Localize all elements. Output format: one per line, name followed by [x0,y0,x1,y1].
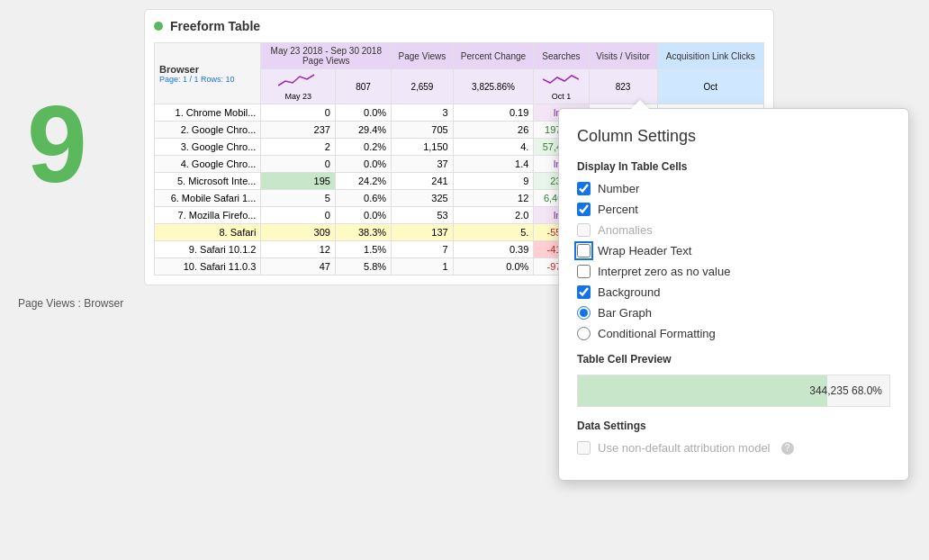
cell-v2: 137 [392,224,454,241]
background-label: Background [598,285,660,299]
cell-v3: 5. [453,224,534,241]
cell-v1: 0 [261,156,336,173]
browser-name: 2. Google Chro... [155,122,261,139]
count1-header: 807 [335,69,391,104]
browser-name: 8. Safari [155,224,261,241]
cell-p1: 5.8% [335,258,391,275]
cell-v1: 12 [261,241,336,258]
oct-header: Oct [657,69,763,104]
data-settings-label: Data Settings [577,420,890,432]
preview-bar [578,375,827,406]
bar-graph-label: Bar Graph [598,306,652,320]
browser-name: 3. Google Chro... [155,139,261,156]
browser-name: 1. Chrome Mobil... [155,104,261,122]
conditional-formatting-option[interactable]: Conditional Formatting [577,327,890,340]
cell-p1: 0.0% [335,156,391,173]
table-title-label: Freeform Table [170,19,260,33]
background-checkbox[interactable] [577,285,591,299]
cell-v1: 195 [261,173,336,190]
cell-v1: 2 [261,139,336,156]
bar-graph-radio[interactable] [577,306,591,320]
panel-arrow [631,100,649,109]
bar-graph-option[interactable]: Bar Graph [577,306,890,320]
searches-header: Searches [534,43,589,69]
attribution-option[interactable]: Use non-default attribution model ? [577,441,890,455]
cell-v3: 26 [453,122,534,139]
cell-v1: 237 [261,122,336,139]
cell-v3: 9 [453,173,534,190]
cell-v2: 705 [392,122,454,139]
attribution-checkbox[interactable] [577,441,591,455]
cell-v3: 0.0% [453,258,534,275]
wrap-header-checkbox[interactable] [577,244,591,257]
cell-v2: 1 [392,258,454,275]
cell-v3: 4. [453,139,534,156]
cell-v1: 47 [261,258,336,275]
cell-v1: 0 [261,207,336,224]
preview-bar-container: 344,235 68.0% [577,375,890,407]
cell-v3: 1.4 [453,156,534,173]
background-option[interactable]: Background [577,285,890,299]
panel-title: Column Settings [577,127,890,146]
number-checkbox[interactable] [577,182,591,195]
percent-option[interactable]: Percent [577,203,890,216]
browser-name: 5. Microsoft Inte... [155,173,261,190]
wrap-header-label: Wrap Header Text [598,244,691,257]
cell-v3: 0.19 [453,104,534,122]
count4-header: 823 [589,69,657,104]
number-option[interactable]: Number [577,182,890,195]
sparkline2-header: Oct 1 [534,69,589,104]
cell-v1: 5 [261,190,336,207]
browser-name: 7. Mozilla Firefo... [155,207,261,224]
anomalies-label: Anomalies [598,223,653,237]
count2-header: 2,659 [392,69,454,104]
cell-v2: 241 [392,173,454,190]
cell-v2: 53 [392,207,454,224]
conditional-formatting-label: Conditional Formatting [598,327,716,340]
sparkline-svg [278,72,319,90]
interpret-zero-checkbox[interactable] [577,265,591,278]
display-section-label: Display In Table Cells [577,160,890,173]
cell-p1: 0.0% [335,207,391,224]
cell-p1: 24.2% [335,173,391,190]
preview-section-label: Table Cell Preview [577,353,890,366]
number-label: Number [598,182,639,195]
sparkline2-svg [543,72,579,90]
browser-name: 10. Safari 11.0.3 [155,258,261,275]
cell-p1: 38.3% [335,224,391,241]
preview-section: Table Cell Preview 344,235 68.0% [577,353,890,407]
cell-p1: 0.6% [335,190,391,207]
count3-header: 3,825.86% [453,69,534,104]
cell-v1: 0 [261,104,336,122]
page-views-header: Page Views [392,43,454,69]
browser-name: 4. Google Chro... [155,156,261,173]
cell-v2: 3 [392,104,454,122]
cell-v3: 12 [453,190,534,207]
browser-header: Browser Page: 1 / 1 Rows: 10 [155,43,261,104]
anomalies-option[interactable]: Anomalies [577,223,890,237]
percent-change-header: Percent Change [453,43,534,69]
acq-link-header: Acquisition Link Clicks [657,43,763,69]
table-title-bar: Freeform Table [154,19,764,33]
interpret-zero-label: Interpret zero as no value [598,265,730,278]
cell-v2: 1,150 [392,139,454,156]
anomalies-checkbox[interactable] [577,223,591,237]
cell-v2: 37 [392,156,454,173]
conditional-formatting-radio[interactable] [577,327,591,340]
percent-checkbox[interactable] [577,203,591,216]
cell-v2: 7 [392,241,454,258]
attribution-help-icon: ? [781,442,794,455]
cell-v3: 0.39 [453,241,534,258]
wrap-header-option[interactable]: Wrap Header Text [577,244,890,257]
preview-value: 344,235 68.0% [809,384,882,397]
percent-label: Percent [598,203,638,216]
cell-v3: 2.0 [453,207,534,224]
page-number: 9 [27,90,87,198]
visits-visitor-header: Visits / Visitor [589,43,657,69]
browser-name: 6. Mobile Safari 1... [155,190,261,207]
breadcrumb: Page Views : Browser [18,297,123,310]
browser-name: 9. Safari 10.1.2 [155,241,261,258]
interpret-zero-option[interactable]: Interpret zero as no value [577,265,890,278]
date-range-header: May 23 2018 - Sep 30 2018 Page Views [261,43,392,69]
cell-v1: 309 [261,224,336,241]
